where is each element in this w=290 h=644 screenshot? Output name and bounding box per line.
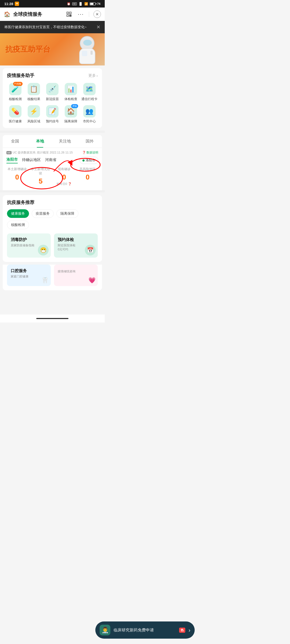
heart-icon: 💗 xyxy=(88,277,96,284)
qr-code-button[interactable] xyxy=(65,10,73,18)
citizen-center-icon-wrap: 👥 xyxy=(83,105,96,118)
service-item-isolation[interactable]: 🏠 津贴 隔离保障 xyxy=(63,105,79,124)
location-badge-text: 洛阳市 xyxy=(86,158,95,163)
notification-banner: 将医疗健康添加到支付宝首页，不错过疫情数据变化~ ✕ xyxy=(0,21,105,33)
service-item-nucleic-acid-test[interactable]: 🧪 约核酸 核酸检测 xyxy=(7,83,23,101)
status-bar: 11:28 ✉ ⏰ HD ▐▌ 📶 74 xyxy=(0,0,105,8)
svg-rect-5 xyxy=(70,16,70,16)
stat-local-asymptomatic: 本土新增无症状 5 xyxy=(30,167,52,186)
close-button[interactable]: ✕ xyxy=(93,10,101,18)
travel-card-label: 通信行程卡 xyxy=(81,97,97,101)
risk-area-label: 风险区域 xyxy=(27,119,40,124)
service-item-appointment[interactable]: 📝 预约挂号 xyxy=(44,105,60,124)
notification-close-button[interactable]: ✕ xyxy=(96,24,100,30)
service-item-nucleic-acid-result[interactable]: 📋 核酸结果 xyxy=(26,83,42,101)
stat-existing-confirmed: 现有确诊 0 较昨日0 ❓ xyxy=(53,167,75,186)
section-divider-2 xyxy=(0,190,105,192)
tab-local[interactable]: 本地 xyxy=(28,135,53,148)
stats-grid: 本土新增确诊 0 本土新增无症状 5 现有确诊 0 较昨日0 ❓ 高风险地区 0 xyxy=(6,167,98,186)
stat-local-confirmed: 本土新增确诊 0 xyxy=(6,167,28,186)
recommend-section: 抗疫服务推荐 健康服务 疫苗服务 隔离保障 核酸检测 消毒防护 居家防疫储备指南… xyxy=(3,195,102,262)
travel-card-icon-wrap: 🗺️ xyxy=(83,83,96,95)
battery-percent: 74 xyxy=(97,2,100,5)
medical-health-label: 医疗健康 xyxy=(9,119,22,124)
service-item-travel-card[interactable]: 🗺️ 通信行程卡 xyxy=(81,83,98,101)
stat-local-asymptomatic-label: 本土新增无症状 xyxy=(30,167,52,175)
service-item-vaccine[interactable]: 💉 新冠疫苗 xyxy=(44,83,60,101)
service-item-physical-exam[interactable]: 📊 体检检查 xyxy=(63,83,79,101)
location-tab-unconfirmed[interactable]: 待确认地区 xyxy=(22,158,41,163)
appointment-icon-wrap: 📝 xyxy=(46,105,59,118)
location-tab-henan[interactable]: 河南省 xyxy=(45,158,56,163)
calendar-icon: 📅 xyxy=(85,245,96,255)
stat-existing-confirmed-value: 0 xyxy=(53,173,75,181)
physical-exam-card[interactable]: 预约体检 附近医院体检0元可约 📅 xyxy=(54,233,98,258)
hd-label: HD xyxy=(72,2,77,5)
alarm-icon: ⏰ xyxy=(67,2,71,6)
tab-national[interactable]: 全国 xyxy=(3,135,28,148)
stat-local-asymptomatic-value: 5 xyxy=(30,177,52,185)
svg-rect-1 xyxy=(70,12,71,13)
svg-rect-3 xyxy=(70,14,70,15)
filter-health-service[interactable]: 健康服务 xyxy=(7,209,29,218)
data-source-text: UC 提供数据支持, 统计截至 2022.11.26 11:15 xyxy=(13,151,73,155)
data-section: UC UC 提供数据支持, 统计截至 2022.11.26 11:15 ❓ 数据… xyxy=(3,148,102,190)
location-tabs: 洛阳市 待确认地区 河南省 洛阳市 xyxy=(6,157,98,164)
physical-exam-icon-wrap: 📊 xyxy=(65,83,77,95)
region-tabs: 全国 本地 关注地 国外 xyxy=(3,135,102,148)
service-item-citizen-center[interactable]: 👥 市民中心 xyxy=(81,105,98,124)
tooth-icon: 🦷 xyxy=(41,277,49,284)
oral-service-title: 口腔服务 xyxy=(11,268,47,273)
service-grid: 🧪 约核酸 核酸检测 📋 核酸结果 💉 新冠疫苗 xyxy=(7,83,98,124)
citizen-center-label: 市民中心 xyxy=(83,119,96,124)
section-divider-1 xyxy=(0,131,105,133)
service-card-title: 疫情服务助手 xyxy=(7,72,34,79)
anxiety-consultation-card[interactable]: 疫情倾忧咨询 💗 xyxy=(54,265,98,286)
filter-nucleic-acid[interactable]: 核酸检测 xyxy=(7,221,29,229)
recommend-title: 抗疫服务推荐 xyxy=(7,199,98,206)
stat-local-confirmed-label: 本土新增确诊 xyxy=(6,167,28,171)
anxiety-card-desc: 疫情倾忧咨询 xyxy=(58,269,94,273)
time-display: 11:28 xyxy=(4,2,13,6)
uc-logo: UC xyxy=(6,151,12,154)
risk-area-icon-wrap: ⚡ xyxy=(28,105,40,118)
home-indicator xyxy=(0,314,105,323)
stat-local-confirmed-value: 0 xyxy=(6,173,28,181)
nucleic-acid-test-icon-wrap: 🧪 约核酸 xyxy=(9,83,21,95)
home-icon[interactable]: 🏠 xyxy=(4,11,10,17)
more-link[interactable]: 更多 › xyxy=(88,73,98,78)
location-badge[interactable]: 洛阳市 xyxy=(79,157,98,164)
isolation-label: 隔离保障 xyxy=(64,119,77,124)
wifi-icon: 📶 xyxy=(84,2,88,6)
service-item-risk-area[interactable]: ⚡ 风险区域 xyxy=(26,105,42,124)
more-button[interactable]: ··· xyxy=(77,10,85,18)
disinfection-card[interactable]: 消毒防护 居家防疫储备指南 😷 xyxy=(7,233,51,258)
oral-service-card[interactable]: 口腔服务 家庭门腔健康 🦷 xyxy=(7,265,51,286)
filter-isolation[interactable]: 隔离保障 xyxy=(56,209,78,218)
data-explain-button[interactable]: ❓ 数据说明 xyxy=(82,151,98,155)
physical-exam-label: 体检检查 xyxy=(64,97,77,101)
nav-icons: ··· ✕ xyxy=(65,10,101,18)
mascot-figure xyxy=(75,36,99,63)
service-cards-grid: 消毒防护 居家防疫储备指南 😷 预约体检 附近医院体检0元可约 📅 xyxy=(7,233,98,258)
svg-rect-4 xyxy=(71,14,71,15)
signal-icon: ▐▌ xyxy=(78,2,83,5)
isolation-icon-wrap: 🏠 津贴 xyxy=(65,105,77,118)
medical-health-icon-wrap: 💊 xyxy=(9,105,21,118)
chevron-right-icon: › xyxy=(96,74,98,78)
physical-exam-card-title: 预约体检 xyxy=(58,237,94,242)
disinfection-title: 消毒防护 xyxy=(11,237,47,242)
home-bar xyxy=(36,318,68,319)
appointment-label: 预约挂号 xyxy=(46,119,59,124)
filter-vaccine-service[interactable]: 疫苗服务 xyxy=(32,209,54,218)
stat-high-risk: 高风险地区 0 xyxy=(77,167,99,186)
location-tab-luoyang[interactable]: 洛阳市 xyxy=(6,157,18,163)
service-item-medical-health[interactable]: 💊 医疗健康 xyxy=(7,105,23,124)
battery-fill xyxy=(90,3,94,5)
nucleic-acid-result-label: 核酸结果 xyxy=(27,97,40,101)
battery-icon xyxy=(90,2,96,5)
subsidy-badge: 津贴 xyxy=(71,104,78,108)
tab-followed[interactable]: 关注地 xyxy=(52,135,77,148)
tab-overseas[interactable]: 国外 xyxy=(77,135,102,148)
mask-icon: 😷 xyxy=(38,245,49,255)
